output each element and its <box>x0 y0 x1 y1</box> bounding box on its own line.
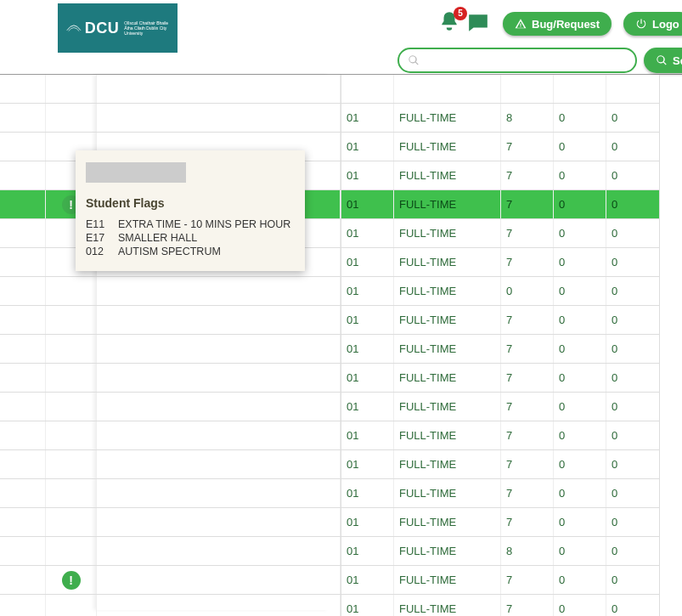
table-row[interactable]: 01FULL-TIME700 <box>341 566 659 595</box>
left-table-row[interactable] <box>0 479 341 508</box>
cell-c3: 7 <box>501 566 554 594</box>
cell-c5: 0 <box>606 190 659 218</box>
flag-cell <box>46 393 97 421</box>
left-cell-c <box>97 450 341 478</box>
left-cell-c <box>97 595 341 616</box>
cell-c1: 01 <box>341 219 394 247</box>
cell-c4: 0 <box>554 133 606 161</box>
cell-c5: 0 <box>606 248 659 276</box>
left-table-row[interactable] <box>0 595 341 616</box>
left-cell-a <box>0 104 46 132</box>
left-cell-c <box>97 537 341 565</box>
cell-c5: 0 <box>606 595 659 616</box>
left-table-row[interactable] <box>0 566 341 595</box>
cell-c4: 0 <box>554 537 606 565</box>
table-row[interactable]: 01FULL-TIME700 <box>341 364 659 393</box>
cell-c1: 01 <box>341 479 394 507</box>
flag-text: EXTRA TIME - 10 MINS PER HOUR <box>118 218 290 230</box>
search-button[interactable]: Se <box>644 48 682 73</box>
left-table-row[interactable] <box>0 364 341 393</box>
left-cell-a <box>0 133 46 161</box>
left-cell-a <box>0 248 46 276</box>
left-cell-c <box>97 566 341 594</box>
cell-c3: 7 <box>501 248 554 276</box>
left-table-row[interactable] <box>0 277 341 306</box>
search-input[interactable] <box>425 54 627 67</box>
cell-c2: FULL-TIME <box>394 277 501 305</box>
cell-c2: FULL-TIME <box>394 335 501 363</box>
flag-code: E17 <box>86 232 111 244</box>
cell-c1: 01 <box>341 364 394 392</box>
left-table-row[interactable] <box>0 104 341 133</box>
flag-cell <box>46 364 97 392</box>
cell-c5: 0 <box>606 306 659 334</box>
cell-c1 <box>341 75 394 103</box>
table-row[interactable]: 01FULL-TIME800 <box>341 104 659 133</box>
left-cell-c <box>97 306 341 334</box>
dcu-logo[interactable]: DCU Ollscoil Chathair Bhaile Átha Cliath… <box>58 3 178 53</box>
table-row[interactable]: 01FULL-TIME700 <box>341 421 659 450</box>
cell-c1: 01 <box>341 595 394 616</box>
cell-c3: 7 <box>501 595 554 616</box>
table-row[interactable] <box>341 75 659 104</box>
cell-c2: FULL-TIME <box>394 537 501 565</box>
cell-c4: 0 <box>554 595 606 616</box>
cell-c1: 01 <box>341 335 394 363</box>
left-table-row[interactable] <box>0 537 341 566</box>
left-cell-a <box>0 595 46 616</box>
notifications-button[interactable]: 5 <box>438 10 460 34</box>
table-row[interactable]: 01FULL-TIME700 <box>341 479 659 508</box>
left-table-row[interactable] <box>0 421 341 450</box>
cell-c3: 7 <box>501 508 554 536</box>
table-row[interactable]: 01FULL-TIME000 <box>341 277 659 306</box>
cell-c4: 0 <box>554 566 606 594</box>
cell-c3: 7 <box>501 161 554 189</box>
cell-c2: FULL-TIME <box>394 364 501 392</box>
table-row[interactable]: 01FULL-TIME700 <box>341 133 659 161</box>
cell-c4: 0 <box>554 364 606 392</box>
table-row[interactable]: 01FULL-TIME700 <box>341 335 659 364</box>
left-table-row[interactable] <box>0 306 341 335</box>
flag-cell <box>46 508 97 536</box>
cell-c2: FULL-TIME <box>394 104 501 132</box>
cell-c1: 01 <box>341 537 394 565</box>
table-row[interactable]: 01FULL-TIME800 <box>341 537 659 566</box>
left-cell-c <box>97 75 341 103</box>
flag-indicator-icon[interactable] <box>62 571 81 590</box>
table-row[interactable]: 01FULL-TIME700 <box>341 219 659 248</box>
search-box[interactable] <box>397 48 637 73</box>
table-row[interactable]: 01FULL-TIME700 <box>341 393 659 421</box>
cell-c4: 0 <box>554 277 606 305</box>
table-row[interactable]: 01FULL-TIME700 <box>341 508 659 537</box>
left-cell-a <box>0 161 46 189</box>
left-cell-a <box>0 306 46 334</box>
logout-button[interactable]: Logo <box>623 12 682 36</box>
left-cell-c <box>97 393 341 421</box>
left-table-row[interactable] <box>0 508 341 537</box>
table-row[interactable]: 01FULL-TIME700 <box>341 190 659 219</box>
table-row[interactable]: 01FULL-TIME700 <box>341 306 659 335</box>
flag-cell <box>46 306 97 334</box>
student-flags-tooltip: Student Flags E11EXTRA TIME - 10 MINS PE… <box>76 150 305 271</box>
table-row[interactable]: 01FULL-TIME700 <box>341 161 659 190</box>
cell-c1: 01 <box>341 161 394 189</box>
left-table-row[interactable] <box>0 393 341 421</box>
messages-button[interactable] <box>467 12 489 32</box>
cell-c4: 0 <box>554 190 606 218</box>
cell-c3: 7 <box>501 133 554 161</box>
cell-c2: FULL-TIME <box>394 133 501 161</box>
tooltip-title: Student Flags <box>86 196 295 210</box>
cell-c4: 0 <box>554 393 606 421</box>
table-row[interactable]: 01FULL-TIME700 <box>341 450 659 479</box>
cell-c4: 0 <box>554 450 606 478</box>
cell-c2: FULL-TIME <box>394 508 501 536</box>
left-table-row[interactable] <box>0 75 341 104</box>
bug-request-button[interactable]: Bug/Request <box>503 12 612 36</box>
left-table-row[interactable] <box>0 450 341 479</box>
bug-label: Bug/Request <box>532 18 600 31</box>
left-table-row[interactable] <box>0 335 341 364</box>
left-cell-a <box>0 219 46 247</box>
table-row[interactable]: 01FULL-TIME700 <box>341 248 659 277</box>
table-row[interactable]: 01FULL-TIME700 <box>341 595 659 616</box>
cell-c5: 0 <box>606 450 659 478</box>
